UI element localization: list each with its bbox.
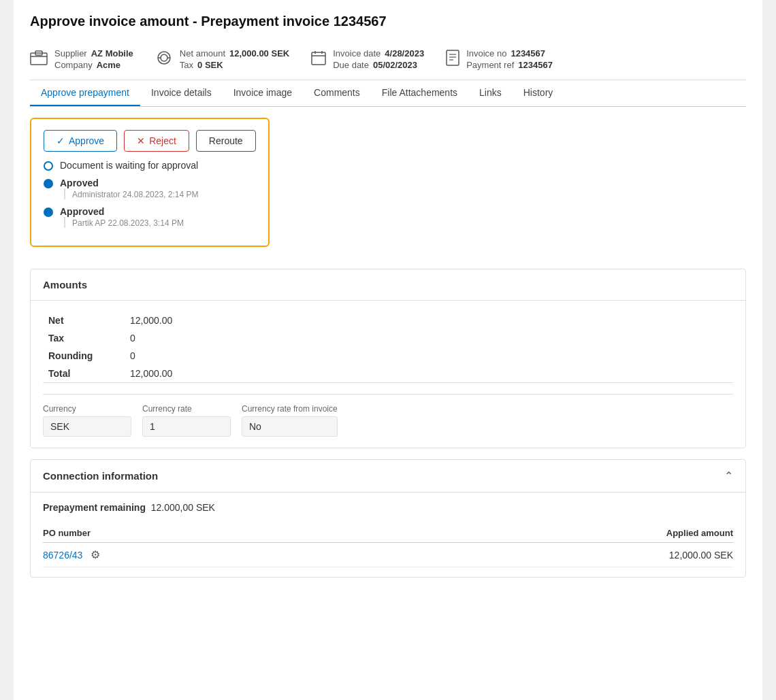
- checkmark-icon: ✓: [56, 135, 65, 146]
- payment-ref-label: Payment ref: [466, 60, 514, 70]
- amounts-section-body: Net 12,000.00 Tax 0 Rounding 0 Total 12,…: [31, 301, 745, 448]
- supplier-icon: [30, 50, 48, 69]
- approved-dot-0: [44, 179, 53, 188]
- currency-label: Currency: [43, 404, 131, 414]
- po-table-row: 86726/43 ⚙ 12,000.00 SEK: [43, 543, 733, 567]
- dates-details: Invoice date 4/28/2023 Due date 05/02/20…: [333, 48, 424, 70]
- tax-value: 0 SEK: [197, 60, 223, 70]
- connection-title: Connection information: [43, 470, 158, 482]
- amounts-section-header: Amounts: [31, 269, 745, 301]
- total-value: 12,000.00: [125, 365, 733, 383]
- supplier-details: Supplier AZ Mobile Company Acme: [54, 48, 133, 70]
- action-buttons: ✓ Approve ✕ Reject Reroute: [44, 130, 256, 152]
- tax-label: Tax: [180, 60, 193, 70]
- approve-label: Approve: [69, 135, 104, 146]
- status-item-1: Approved Partik AP 22.08.2023, 3:14 PM: [44, 206, 256, 228]
- approve-button[interactable]: ✓ Approve: [44, 130, 117, 152]
- status-item-0: Aproved Administrator 24.08.2023, 2:14 P…: [44, 178, 256, 199]
- waiting-label: Document is waiting for approval: [60, 160, 198, 171]
- po-number-cell: 86726/43 ⚙: [43, 543, 361, 567]
- amounts-title: Amounts: [43, 279, 87, 290]
- tax-value-amounts: 0: [125, 329, 733, 347]
- status-list: Document is waiting for approval Aproved…: [44, 160, 256, 235]
- po-number-col-header: PO number: [43, 524, 361, 543]
- invoice-ref-group: Invoice no 1234567 Payment ref 1234567: [446, 48, 553, 70]
- x-icon: ✕: [137, 135, 145, 146]
- waiting-text: Document is waiting for approval: [60, 160, 198, 171]
- svg-point-4: [161, 54, 167, 61]
- currency-rate-input[interactable]: 1: [142, 416, 231, 437]
- reject-button[interactable]: ✕ Reject: [124, 130, 189, 152]
- reject-label: Reject: [149, 135, 176, 146]
- total-row: Total 12,000.00: [43, 365, 733, 383]
- company-value: Acme: [97, 60, 120, 70]
- approved-text-0: Aproved Administrator 24.08.2023, 2:14 P…: [60, 178, 198, 199]
- applied-amount-cell: 12,000.00 SEK: [361, 543, 733, 567]
- tab-comments[interactable]: Comments: [303, 80, 371, 106]
- document-icon: [446, 50, 459, 69]
- prepayment-remaining: Prepayment remaining 12.000,00 SEK: [43, 502, 733, 513]
- po-table: PO number Applied amount 86726/43 ⚙ 12,0…: [43, 524, 733, 567]
- calendar-icon: [311, 50, 326, 69]
- applied-amount-col-header: Applied amount: [361, 524, 733, 543]
- approved-sub-indent-1: Partik AP 22.08.2023, 3:14 PM: [64, 217, 184, 228]
- rounding-row: Rounding 0: [43, 347, 733, 365]
- tab-history[interactable]: History: [513, 80, 564, 106]
- chevron-up-icon[interactable]: ⌃: [724, 469, 733, 482]
- waiting-dot: [44, 161, 53, 171]
- prepayment-value: 12.000,00 SEK: [151, 502, 215, 513]
- approved-sub-1: Partik AP 22.08.2023, 3:14 PM: [72, 218, 184, 228]
- status-waiting: Document is waiting for approval: [44, 160, 256, 171]
- tax-row: Tax 0: [43, 329, 733, 347]
- currency-row: Currency SEK Currency rate 1 Currency ra…: [43, 394, 733, 437]
- approved-title-1: Approved: [60, 206, 184, 217]
- amounts-section: Amounts Net 12,000.00 Tax 0 Rounding 0 T…: [30, 269, 746, 448]
- po-number-link[interactable]: 86726/43: [43, 550, 82, 561]
- dates-group: Invoice date 4/28/2023 Due date 05/02/20…: [311, 48, 424, 70]
- invoice-ref-details: Invoice no 1234567 Payment ref 1234567: [466, 48, 553, 70]
- po-table-header-row: PO number Applied amount: [43, 524, 733, 543]
- supplier-value: AZ Mobile: [91, 48, 133, 59]
- connection-section-body: Prepayment remaining 12.000,00 SEK PO nu…: [31, 493, 745, 577]
- rounding-value: 0: [125, 347, 733, 365]
- currency-rate-invoice-field: Currency rate from invoice No: [242, 404, 338, 437]
- tab-links[interactable]: Links: [468, 80, 513, 106]
- tax-label-amounts: Tax: [43, 329, 125, 347]
- invoice-no-label: Invoice no: [466, 48, 506, 59]
- supplier-label: Supplier: [54, 48, 87, 59]
- amount-details: Net amount 12,000.00 SEK Tax 0 SEK: [180, 48, 289, 70]
- action-area: ✓ Approve ✕ Reject Reroute Document is w…: [30, 118, 270, 247]
- currency-rate-field: Currency rate 1: [142, 404, 231, 437]
- due-date-label: Due date: [333, 60, 369, 70]
- due-date-value: 05/02/2023: [373, 60, 417, 70]
- gear-icon[interactable]: ⚙: [91, 548, 100, 561]
- svg-rect-11: [447, 50, 459, 65]
- approved-title-0: Aproved: [60, 178, 198, 188]
- net-amount-label: Net amount: [180, 48, 225, 59]
- rounding-label: Rounding: [43, 347, 125, 365]
- currency-rate-label: Currency rate: [142, 404, 231, 414]
- net-row: Net 12,000.00: [43, 312, 733, 329]
- approved-dot-1: [44, 207, 53, 217]
- approved-text-1: Approved Partik AP 22.08.2023, 3:14 PM: [60, 206, 184, 228]
- currency-rate-invoice-label: Currency rate from invoice: [242, 404, 338, 414]
- net-value: 12,000.00: [125, 312, 733, 329]
- tab-invoice-details[interactable]: Invoice details: [140, 80, 223, 106]
- net-amount-value: 12,000.00 SEK: [229, 48, 289, 59]
- currency-rate-invoice-input[interactable]: No: [242, 416, 338, 437]
- connection-section: Connection information ⌃ Prepayment rema…: [30, 459, 746, 578]
- payment-ref-value: 1234567: [518, 60, 553, 70]
- invoice-no-value: 1234567: [511, 48, 545, 59]
- invoice-date-label: Invoice date: [333, 48, 381, 59]
- currency-input[interactable]: SEK: [43, 416, 131, 437]
- currency-field: Currency SEK: [43, 404, 131, 437]
- tab-approve-prepayment[interactable]: Approve prepayment: [30, 80, 140, 106]
- page-title: Approve invoice amount - Prepayment invo…: [30, 14, 746, 29]
- company-label: Company: [54, 60, 93, 70]
- header-info-bar: Supplier AZ Mobile Company Acme: [30, 41, 746, 80]
- reroute-button[interactable]: Reroute: [196, 130, 256, 152]
- approved-sub-0: Administrator 24.08.2023, 2:14 PM: [72, 190, 198, 199]
- tab-file-attachements[interactable]: File Attachements: [371, 80, 468, 106]
- total-label: Total: [43, 365, 125, 383]
- tab-invoice-image[interactable]: Invoice image: [223, 80, 303, 106]
